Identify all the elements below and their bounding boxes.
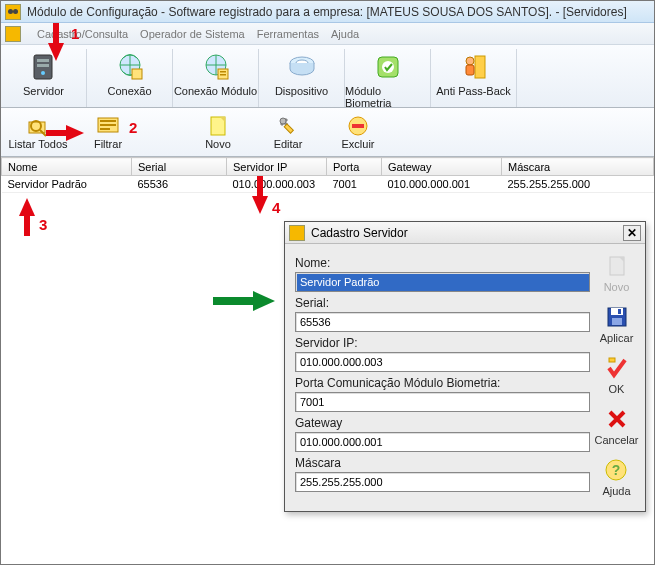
dialog-form: Nome: Serial: Servidor IP: Porta Comunic… xyxy=(295,252,590,503)
svg-rect-2 xyxy=(37,64,49,67)
annotation-arrow-4 xyxy=(252,196,268,214)
annotation-label-1: 1 xyxy=(71,25,79,42)
delete-icon xyxy=(346,114,370,138)
dlg-btn-ok-label: OK xyxy=(609,383,625,395)
annotation-arrow-green xyxy=(253,291,275,311)
label-ip: Servidor IP: xyxy=(295,336,590,350)
svg-rect-35 xyxy=(618,309,621,314)
cell-porta: 7001 xyxy=(327,176,382,193)
dlg-btn-aplicar[interactable]: Aplicar xyxy=(600,303,634,344)
menu-cadastro[interactable]: Cadastro/Consulta xyxy=(37,28,128,40)
help-icon: ? xyxy=(602,456,630,484)
toolbar-conexao-modulo[interactable]: Conexão Módulo xyxy=(173,49,259,107)
svg-point-13 xyxy=(382,61,394,73)
col-ip[interactable]: Servidor IP xyxy=(227,158,327,176)
toolbar-conexao-modulo-label: Conexão Módulo xyxy=(174,85,257,97)
input-nome[interactable] xyxy=(295,272,590,292)
sub-listar-label: Listar Todos xyxy=(8,138,67,150)
menu-ferramentas[interactable]: Ferramentas xyxy=(257,28,319,40)
filter-icon xyxy=(96,114,120,138)
cell-ip: 010.000.000.003 xyxy=(227,176,327,193)
col-nome[interactable]: Nome xyxy=(2,158,132,176)
sub-spacer xyxy=(143,110,183,154)
menu-ajuda[interactable]: Ajuda xyxy=(331,28,359,40)
annotation-arrow-1 xyxy=(48,43,64,61)
dlg-btn-novo-label: Novo xyxy=(604,281,630,293)
cell-nome: Servidor Padrão xyxy=(2,176,132,193)
save-icon xyxy=(603,303,631,331)
col-gateway[interactable]: Gateway xyxy=(382,158,502,176)
svg-point-3 xyxy=(41,71,45,75)
toolbar-antipassback-label: Anti Pass-Back xyxy=(436,85,511,97)
svg-rect-23 xyxy=(100,128,110,130)
toolbar-servidor-label: Servidor xyxy=(23,85,64,97)
dlg-btn-novo: Novo xyxy=(603,252,631,293)
col-serial[interactable]: Serial xyxy=(132,158,227,176)
sub-editar[interactable]: Editar xyxy=(253,110,323,154)
globe-module-icon xyxy=(200,51,232,83)
input-ip[interactable] xyxy=(295,352,590,372)
annotation-label-4: 4 xyxy=(272,199,280,216)
toolbar-sub: Listar Todos Filtrar Novo Editar Excluir xyxy=(1,108,654,157)
label-mascara: Máscara xyxy=(295,456,590,470)
menubar: Cadastro/Consulta Operador de Sistema Fe… xyxy=(1,23,654,45)
cancel-icon xyxy=(603,405,631,433)
svg-text:?: ? xyxy=(612,462,621,478)
sub-editar-label: Editar xyxy=(274,138,303,150)
dlg-btn-ajuda[interactable]: ? Ajuda xyxy=(602,456,630,497)
svg-rect-22 xyxy=(100,124,116,126)
biometry-icon xyxy=(372,51,404,83)
toolbar-conexao[interactable]: Conexão xyxy=(87,49,173,107)
toolbar-antipassback[interactable]: Anti Pass-Back xyxy=(431,49,517,107)
dlg-btn-cancelar-label: Cancelar xyxy=(594,434,638,446)
svg-rect-9 xyxy=(220,74,226,76)
sub-filtrar-label: Filtrar xyxy=(94,138,122,150)
ok-icon xyxy=(603,354,631,382)
dialog-icon xyxy=(289,225,305,241)
svg-rect-26 xyxy=(284,124,293,133)
label-nome: Nome: xyxy=(295,256,590,270)
sub-novo[interactable]: Novo xyxy=(183,110,253,154)
toolbar-biometria[interactable]: Módulo Biometria xyxy=(345,49,431,107)
annotation-label-2: 2 xyxy=(129,119,137,136)
app-icon xyxy=(5,4,21,20)
sub-excluir[interactable]: Excluir xyxy=(323,110,393,154)
titlebar: Módulo de Configuração - Software regist… xyxy=(1,1,654,23)
dlg-btn-ok[interactable]: OK xyxy=(603,354,631,395)
input-gateway[interactable] xyxy=(295,432,590,452)
new-icon xyxy=(206,114,230,138)
input-porta[interactable] xyxy=(295,392,590,412)
data-grid[interactable]: Nome Serial Servidor IP Porta Gateway Má… xyxy=(1,157,654,193)
svg-rect-36 xyxy=(609,358,615,362)
svg-rect-16 xyxy=(466,65,474,75)
table-row[interactable]: Servidor Padrão 65536 010.000.000.003 70… xyxy=(2,176,654,193)
edit-icon xyxy=(276,114,300,138)
annotation-arrow-2 xyxy=(66,125,84,141)
svg-rect-21 xyxy=(100,120,116,122)
dialog-buttons: Novo Aplicar OK Cancelar xyxy=(594,252,639,503)
col-mascara[interactable]: Máscara xyxy=(502,158,654,176)
cell-gateway: 010.000.000.001 xyxy=(382,176,502,193)
col-porta[interactable]: Porta xyxy=(327,158,382,176)
svg-rect-33 xyxy=(611,308,623,315)
input-mascara[interactable] xyxy=(295,472,590,492)
close-button[interactable]: ✕ xyxy=(623,225,641,241)
menu-operador[interactable]: Operador de Sistema xyxy=(140,28,245,40)
cell-serial: 65536 xyxy=(132,176,227,193)
app-icon-small xyxy=(5,26,21,42)
toolbar-conexao-label: Conexão xyxy=(107,85,151,97)
dialog-titlebar[interactable]: Cadastro Servidor ✕ xyxy=(285,222,645,244)
svg-rect-34 xyxy=(612,318,622,325)
svg-point-15 xyxy=(466,57,474,65)
svg-point-27 xyxy=(280,118,286,124)
device-icon xyxy=(286,51,318,83)
toolbar-dispositivo[interactable]: Dispositivo xyxy=(259,49,345,107)
new-doc-icon xyxy=(603,252,631,280)
dlg-btn-aplicar-label: Aplicar xyxy=(600,332,634,344)
svg-rect-1 xyxy=(37,59,49,62)
toolbar-servidor[interactable]: Servidor xyxy=(1,49,87,107)
input-serial[interactable] xyxy=(295,312,590,332)
sub-novo-label: Novo xyxy=(205,138,231,150)
dlg-btn-cancelar[interactable]: Cancelar xyxy=(594,405,638,446)
toolbar-biometria-label: Módulo Biometria xyxy=(345,85,430,109)
